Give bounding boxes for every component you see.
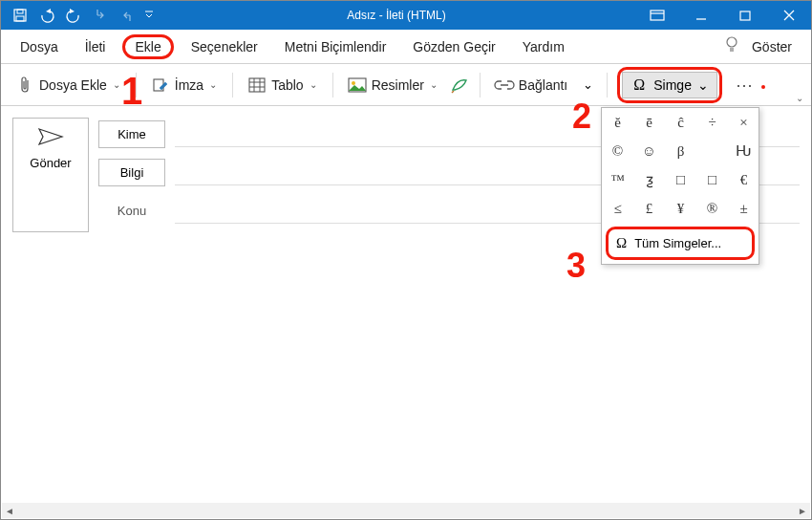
annotation-dot [761, 85, 765, 89]
symbol-label: Simge [653, 77, 692, 93]
symbol-cell[interactable]: β [665, 137, 696, 165]
send-label: Gönder [17, 156, 84, 170]
svg-point-10 [727, 37, 737, 47]
send-icon [17, 128, 84, 150]
title-bar: Adsız - İleti (HTML) [1, 1, 811, 30]
undo-icon[interactable] [33, 1, 60, 30]
symbol-cell[interactable]: □ [696, 165, 728, 194]
symbol-cell[interactable]: ≤ [602, 194, 633, 223]
symbol-button[interactable]: Ω Simge ⌄ [622, 72, 717, 98]
link-button[interactable]: Bağlantı [490, 73, 573, 98]
annotation-two: 2 [572, 97, 591, 137]
symbol-cell[interactable]: ™ [602, 165, 633, 194]
ribbon-display-icon[interactable] [635, 1, 679, 30]
prev-icon[interactable] [87, 1, 114, 30]
symbol-cell[interactable]: © [602, 137, 633, 165]
chevron-down-icon: ⌄ [310, 79, 317, 90]
omega-icon: Ω [630, 76, 648, 94]
tab-help[interactable]: Yardım [513, 35, 574, 58]
link-icon [496, 76, 513, 94]
all-symbols-button[interactable]: Ω Tüm Simgeler... [606, 227, 755, 260]
symbol-cell[interactable]: ¥ [665, 194, 696, 223]
symbol-highlight: Ω Simge ⌄ [617, 67, 722, 103]
send-button[interactable]: Gönder [12, 118, 89, 232]
symbol-grid: ĕ ē ĉ ÷ × © ☺ β Ƕ ™ ƺ □ □ € ≤ £ ¥ ® ± [602, 108, 759, 223]
symbol-cell[interactable]: ƺ [633, 165, 665, 194]
expand-ribbon-icon[interactable]: ⌄ [796, 93, 803, 103]
pictures-label: Resimler [372, 77, 424, 93]
attach-file-button[interactable]: Dosya Ekle ⌄ [11, 73, 126, 98]
svg-rect-2 [16, 16, 24, 21]
omega-icon: Ω [616, 235, 627, 251]
table-label: Tablo [271, 77, 303, 93]
table-icon [248, 76, 266, 94]
ribbon-tabs: Dosya İleti Ekle Seçenekler Metni Biçiml… [1, 30, 811, 64]
chevron-down-icon[interactable]: ⌄ [579, 77, 597, 92]
scroll-right-icon[interactable]: ► [795, 503, 810, 518]
save-icon[interactable] [7, 1, 33, 30]
close-icon[interactable] [767, 1, 811, 30]
horizontal-scrollbar[interactable]: ◄ ► [2, 503, 810, 518]
table-button[interactable]: Tablo ⌄ [243, 73, 322, 98]
symbol-dropdown: ĕ ē ĉ ÷ × © ☺ β Ƕ ™ ƺ □ □ € ≤ £ ¥ ® ± Ω … [601, 107, 759, 265]
scroll-left-icon[interactable]: ◄ [2, 503, 17, 518]
tab-insert[interactable]: Ekle [122, 34, 173, 59]
all-symbols-label: Tüm Simgeler... [634, 236, 721, 250]
tell-me[interactable]: Göster [752, 35, 801, 58]
next-icon[interactable] [114, 1, 140, 30]
symbol-cell[interactable]: ± [728, 194, 759, 223]
signature-button[interactable]: İmza ⌄ [146, 73, 223, 98]
chevron-down-icon: ⌄ [430, 79, 438, 90]
subject-label: Konu [98, 204, 165, 218]
chevron-down-icon: ⌄ [113, 79, 120, 90]
symbol-cell[interactable]: ē [633, 108, 665, 137]
symbol-cell[interactable]: ĉ [665, 108, 696, 137]
svg-rect-4 [651, 11, 664, 20]
to-button[interactable]: Kime [98, 120, 165, 148]
minimize-icon[interactable] [679, 1, 723, 30]
link-label: Bağlantı [519, 77, 567, 93]
redo-icon[interactable] [60, 1, 87, 30]
tab-options[interactable]: Seçenekler [182, 35, 267, 58]
annotation-three: 3 [566, 246, 586, 286]
symbol-cell[interactable]: £ [633, 194, 665, 223]
customize-qat-icon[interactable] [140, 1, 158, 30]
window-title: Adsız - İleti (HTML) [158, 9, 635, 22]
symbol-cell[interactable] [696, 137, 728, 165]
cc-button[interactable]: Bilgi [98, 159, 165, 186]
attach-file-label: Dosya Ekle [39, 77, 107, 93]
symbol-cell[interactable]: ÷ [696, 108, 728, 137]
tab-review[interactable]: Gözden Geçir [403, 35, 504, 58]
pen-icon [152, 76, 169, 94]
tab-message[interactable]: İleti [75, 35, 116, 58]
picture-icon [349, 76, 366, 94]
svg-point-20 [352, 81, 355, 85]
symbol-cell[interactable]: ® [696, 194, 728, 223]
tab-format-text[interactable]: Metni Biçimlendir [275, 35, 396, 58]
lightbulb-icon [725, 36, 738, 56]
svg-rect-1 [17, 10, 23, 13]
signature-label: İmza [175, 77, 203, 93]
svg-rect-7 [740, 11, 750, 20]
symbol-cell[interactable]: € [728, 165, 759, 194]
chevron-down-icon: ⌄ [209, 79, 217, 90]
symbol-cell[interactable]: Ƕ [728, 137, 759, 165]
ribbon-overflow-button[interactable]: ⋯ [728, 75, 762, 96]
leaf-icon [451, 76, 468, 94]
chevron-down-icon: ⌄ [697, 77, 709, 93]
tab-file[interactable]: Dosya [11, 35, 68, 58]
svg-rect-14 [249, 78, 265, 92]
maximize-icon[interactable] [723, 1, 767, 30]
symbol-cell[interactable]: ☺ [633, 137, 665, 165]
pictures-button[interactable]: Resimler ⌄ [343, 73, 443, 98]
symbol-cell[interactable]: □ [665, 165, 696, 194]
window-controls [635, 1, 811, 30]
annotation-one: 1 [121, 70, 142, 113]
symbol-cell[interactable]: × [728, 108, 759, 137]
symbol-cell[interactable]: ĕ [602, 108, 633, 137]
ink-button[interactable] [449, 73, 470, 98]
quick-access-toolbar [1, 1, 158, 30]
paperclip-icon [16, 76, 33, 94]
